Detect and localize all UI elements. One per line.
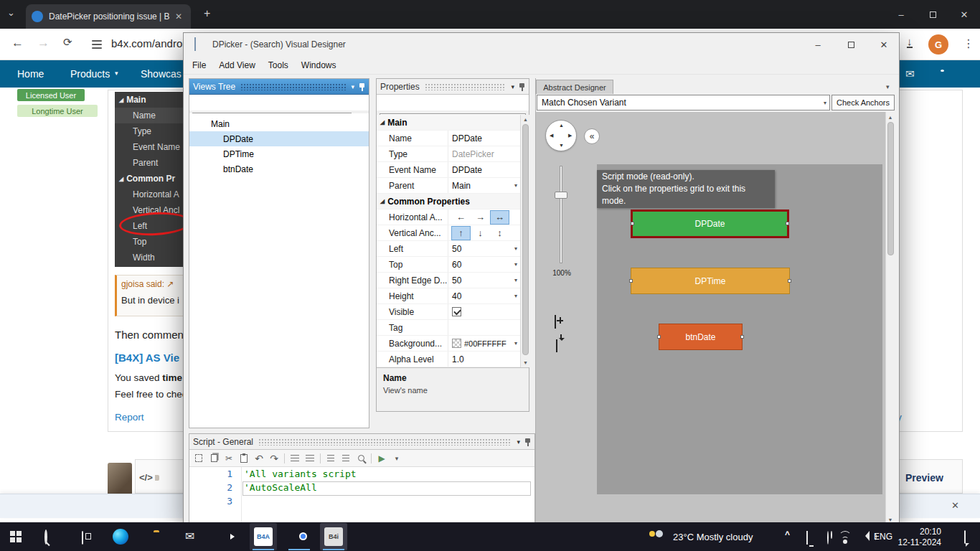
select-tool-icon[interactable]: [195, 454, 202, 462]
prop-row-type[interactable]: TypeDatePicker: [377, 146, 520, 162]
anchor-vboth-icon[interactable]: ↕: [491, 227, 509, 240]
prop-row-right-edge[interactable]: Right Edge D...50▾: [377, 273, 520, 288]
messages-envelope-icon[interactable]: ✉: [905, 67, 915, 80]
canvas-view-dptime[interactable]: DPTime: [631, 268, 790, 294]
browser-maximize-button[interactable]: [917, 0, 948, 29]
start-button[interactable]: [10, 531, 22, 542]
preview-button[interactable]: Preview: [905, 472, 943, 484]
resize-handle[interactable]: [740, 335, 744, 339]
code-line[interactable]: 1'All variants script: [189, 468, 357, 479]
panel-menu-caret-icon[interactable]: ▾: [511, 83, 514, 90]
menu-file[interactable]: File: [192, 60, 206, 70]
variant-dropdown[interactable]: Match Chosen Variant ▾: [537, 95, 830, 110]
tab-close-icon[interactable]: ✕: [172, 11, 185, 22]
prop-row-tag[interactable]: Tag: [377, 320, 520, 336]
dropdown-caret-icon[interactable]: ▾: [514, 245, 517, 252]
paste-icon[interactable]: [240, 454, 248, 463]
scroll-down-icon[interactable]: ▼: [521, 360, 530, 365]
panel-menu-caret-icon[interactable]: ▾: [351, 83, 354, 90]
prop-row-visible[interactable]: Visible: [377, 304, 520, 320]
prop-row-parent[interactable]: ParentMain▾: [377, 178, 520, 194]
b4a-app-icon[interactable]: B4A: [254, 527, 273, 546]
redo-icon[interactable]: ↷: [269, 453, 279, 463]
quote-author[interactable]: gjoisa said: ↗: [121, 279, 179, 289]
display-tray-icon[interactable]: [806, 531, 808, 545]
views-tree-header[interactable]: Views Tree ▾: [189, 79, 369, 95]
resize-handle[interactable]: [786, 222, 789, 225]
toolbar-caret-icon[interactable]: ▾: [392, 453, 402, 463]
browser-menu-icon[interactable]: ⋮: [963, 37, 974, 50]
browser-close-button[interactable]: ✕: [948, 0, 980, 29]
menu-add-view[interactable]: Add View: [219, 60, 255, 70]
nav-showcase[interactable]: Showcas: [141, 68, 182, 80]
prop-row-event-name[interactable]: Event NameDPDate: [377, 162, 520, 178]
tree-item-dpdate[interactable]: DPDate: [189, 131, 369, 146]
scroll-down-icon[interactable]: ▼: [886, 517, 895, 522]
pan-right-icon[interactable]: ▶: [568, 133, 572, 138]
download-icon[interactable]: ↓: [907, 37, 913, 48]
prop-section-common[interactable]: ◢Common Properties: [377, 194, 520, 209]
tree-item-main[interactable]: Main: [189, 116, 369, 131]
tab-abstract-designer[interactable]: Abstract Designer: [536, 80, 613, 94]
nav-home[interactable]: Home: [17, 68, 44, 80]
anchor-right-icon[interactable]: →: [471, 211, 489, 224]
resize-handle[interactable]: [788, 279, 791, 283]
copy-icon[interactable]: [211, 454, 217, 462]
prop-row-top[interactable]: Top60▾: [377, 257, 520, 273]
notification-center-icon[interactable]: [964, 530, 966, 544]
run-icon[interactable]: ▶: [377, 453, 387, 463]
code-line[interactable]: 2'AutoScaleAll: [189, 482, 317, 493]
comment-icon[interactable]: [291, 455, 299, 462]
prop-row-vertical-anchor[interactable]: Vertical Anc...↑↓↕: [377, 225, 520, 241]
prop-row-name[interactable]: NameDPDate: [377, 131, 520, 146]
prop-row-horizontal-anchor[interactable]: Horizontal A...←→↔: [377, 209, 520, 225]
pan-control[interactable]: ▲ ▼ ◀ ▶: [545, 120, 577, 151]
cut-icon[interactable]: ✂: [224, 453, 234, 463]
panel-caret-icon[interactable]: ▾: [886, 83, 890, 90]
tree-item-btndate[interactable]: btnDate: [189, 161, 369, 176]
properties-header[interactable]: Properties ▾: [377, 79, 529, 95]
visible-checkbox[interactable]: [452, 307, 461, 316]
tree-item-dptime[interactable]: DPTime: [189, 146, 369, 161]
zoom-slider-thumb[interactable]: [555, 192, 567, 199]
forward-icon[interactable]: →: [37, 36, 50, 50]
script-editor[interactable]: 1'All variants script 2'AutoScaleAll 3: [189, 467, 534, 524]
menu-tools[interactable]: Tools: [268, 60, 288, 70]
taskbar-search-icon[interactable]: [44, 529, 47, 545]
profile-avatar[interactable]: G: [928, 34, 948, 55]
b4i-app-icon[interactable]: B4i: [324, 527, 343, 546]
prop-row-alpha[interactable]: Alpha Level1.0: [377, 352, 520, 367]
prop-row-background[interactable]: Background...#00FFFFFF▾: [377, 336, 520, 352]
dropdown-caret-icon[interactable]: ▾: [514, 182, 517, 189]
check-anchors-button[interactable]: Check Anchors: [831, 95, 895, 110]
scrollbar-thumb[interactable]: [522, 124, 529, 355]
task-view-icon[interactable]: [82, 531, 83, 545]
new-tab-button[interactable]: +: [204, 7, 210, 20]
language-indicator[interactable]: ENG: [874, 532, 892, 542]
dropdown-caret-icon[interactable]: ▾: [514, 277, 517, 283]
weather-text[interactable]: 23°C Mostly cloudy: [673, 532, 753, 542]
scrollbar-thumb[interactable]: [887, 122, 894, 255]
pan-left-icon[interactable]: ◀: [550, 133, 553, 138]
dropdown-caret-icon[interactable]: ▾: [514, 340, 517, 347]
pin-icon[interactable]: [524, 438, 531, 446]
window-close-button[interactable]: ✕: [872, 37, 895, 52]
properties-scrollbar[interactable]: ▲ ▼: [520, 115, 530, 367]
prop-row-left[interactable]: Left50▾: [377, 241, 520, 257]
refresh-icon[interactable]: ⟳: [63, 36, 72, 49]
prop-section-main[interactable]: ◢Main: [377, 115, 520, 131]
anchor-tool-icon[interactable]: [555, 315, 556, 329]
load-layout-icon[interactable]: [556, 339, 557, 352]
code-line[interactable]: 3: [189, 496, 244, 507]
canvas-view-dpdate[interactable]: DPDate: [631, 209, 789, 238]
uncomment-icon[interactable]: [306, 455, 314, 462]
anchor-bottom-icon[interactable]: ↓: [471, 227, 489, 240]
resize-handle[interactable]: [657, 335, 661, 339]
window-maximize-button[interactable]: [839, 37, 862, 52]
pan-up-icon[interactable]: ▲: [559, 123, 564, 128]
nav-products[interactable]: Products: [70, 68, 110, 80]
prop-row-height[interactable]: Height40▾: [377, 288, 520, 304]
mail-icon[interactable]: ✉: [185, 529, 194, 543]
indent-icon[interactable]: [342, 455, 349, 462]
report-link[interactable]: Report: [115, 412, 144, 423]
